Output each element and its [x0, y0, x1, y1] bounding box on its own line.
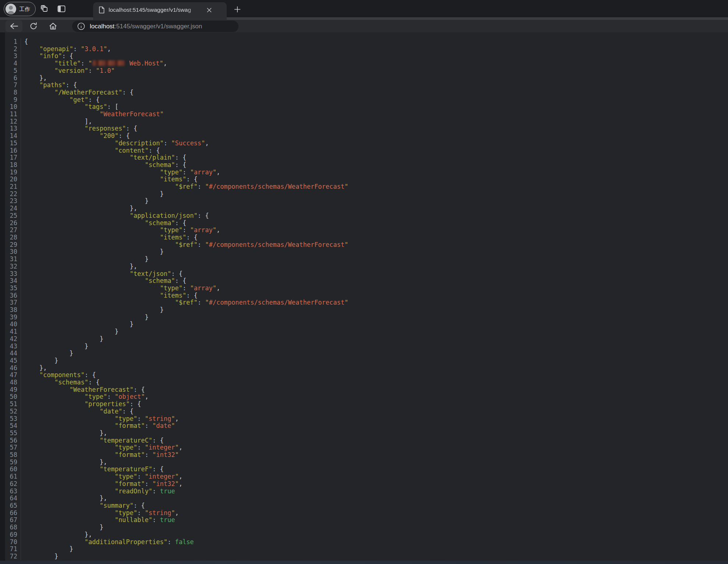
site-info-icon[interactable] — [77, 22, 85, 30]
line-content: "title": " Web.Host", — [21, 60, 167, 67]
line-content: "tags": [ — [21, 103, 119, 111]
line-content: "WeatherForecast": { — [21, 386, 145, 394]
refresh-button[interactable] — [25, 20, 42, 32]
line-content: "schemas": { — [21, 379, 100, 386]
line-content: "format": "int32" — [21, 451, 179, 459]
line-content: "text/plain": { — [21, 154, 186, 162]
line-content: "application/json": { — [21, 212, 209, 220]
line-content: "nullable": true — [21, 517, 175, 524]
line-content: "openapi": "3.0.1", — [21, 46, 111, 53]
line-content: "schema": { — [21, 220, 186, 227]
line-content: "type": "object", — [21, 393, 149, 401]
line-content: "type": "string", — [21, 510, 179, 517]
line-content: }, — [21, 365, 47, 372]
line-content: "$ref": "#/components/schemas/WeatherFor… — [21, 183, 348, 191]
line-content: "format": "date" — [21, 422, 175, 430]
new-tab-button[interactable] — [232, 4, 243, 15]
tab-bar: 工作 localhost:5145/swagger/v1/swag — [0, 0, 728, 17]
code-line: 11 "WeatherForecast" — [0, 111, 728, 118]
line-content: "responses": { — [21, 125, 137, 132]
line-content: "type": "string", — [21, 415, 179, 423]
json-viewer: 1{2 "openapi": "3.0.1",3 "info": {4 "tit… — [0, 32, 728, 561]
line-content: "get": { — [21, 96, 100, 104]
code-line: 37 "$ref": "#/components/schemas/Weather… — [0, 299, 728, 306]
line-content: } — [21, 314, 149, 321]
url-path: :5145/swagger/v1/swagger.json — [114, 23, 202, 30]
line-content: } — [21, 191, 164, 198]
profile-button[interactable]: 工作 — [4, 2, 36, 16]
page-icon — [98, 6, 105, 14]
code-line: 16 "content": { — [0, 147, 728, 155]
line-content: "description": "Success", — [21, 140, 209, 147]
profile-name-label: 工作 — [19, 6, 30, 12]
code-line: 56 "temperatureC": { — [0, 437, 728, 444]
browser-tab[interactable]: localhost:5145/swagger/v1/swag — [93, 2, 227, 20]
line-content: { — [21, 38, 28, 46]
line-content: } — [21, 546, 73, 553]
code-line: 52 "date": { — [0, 408, 728, 415]
line-content: } — [21, 524, 103, 531]
line-content: "200": { — [21, 132, 130, 140]
line-content: }, — [21, 205, 137, 212]
code-line: 32 }, — [0, 263, 728, 270]
back-button[interactable] — [6, 20, 22, 32]
line-content: } — [21, 306, 164, 314]
code-line: 14 "200": { — [0, 132, 728, 140]
line-content: "$ref": "#/components/schemas/WeatherFor… — [21, 299, 348, 306]
code-line: 41 } — [0, 328, 728, 336]
line-content: } — [21, 350, 73, 357]
line-content: "items": { — [21, 176, 198, 183]
code-line: 47 "components": { — [0, 372, 728, 379]
line-content: "type": "array", — [21, 169, 220, 176]
code-line: 5 "version": "1.0" — [0, 67, 728, 75]
split-screen-icon[interactable] — [55, 3, 68, 14]
line-content: } — [21, 343, 88, 350]
line-content: "type": "integer", — [21, 473, 183, 480]
line-content: } — [21, 328, 119, 336]
line-content: }, — [21, 263, 137, 270]
code-line: 25 "application/json": { — [0, 212, 728, 220]
url-bar[interactable]: localhost:5145/swagger/v1/swagger.json — [72, 21, 238, 32]
code-line: 43 } — [0, 343, 728, 350]
code-line: 18 "schema": { — [0, 162, 728, 169]
line-content: } — [21, 248, 164, 256]
code-line: 8 "/WeatherForecast": { — [0, 89, 728, 96]
code-line: 20 "items": { — [0, 176, 728, 183]
code-line: 24 }, — [0, 205, 728, 212]
code-line: 68 } — [0, 524, 728, 531]
tab-title: localhost:5145/swagger/v1/swag — [109, 7, 204, 13]
code-line: 54 "format": "date" — [0, 422, 728, 430]
line-content: "schema": { — [21, 277, 186, 285]
tab-close-icon[interactable] — [204, 5, 214, 15]
line-content: } — [21, 357, 58, 365]
workspaces-icon[interactable] — [38, 3, 51, 14]
line-content: "temperatureF": { — [21, 466, 164, 473]
code-line: 35 "type": "array", — [0, 285, 728, 292]
line-content: "format": "int32", — [21, 480, 183, 488]
line-content: }, — [21, 531, 92, 539]
code-line: 34 "schema": { — [0, 277, 728, 285]
line-content: "version": "1.0" — [21, 67, 115, 75]
code-line: 45 } — [0, 357, 728, 365]
code-line: 21 "$ref": "#/components/schemas/Weather… — [0, 183, 728, 191]
line-content: }, — [21, 75, 47, 82]
navigation-toolbar: localhost:5145/swagger/v1/swagger.json — [0, 20, 728, 32]
code-line: 9 "get": { — [0, 96, 728, 104]
line-content: "type": "integer", — [21, 444, 183, 451]
line-content: "WeatherForecast" — [21, 111, 164, 118]
line-content: "content": { — [21, 147, 160, 155]
line-content: "info": { — [21, 53, 73, 60]
code-line: 36 "items": { — [0, 292, 728, 299]
code-line: 28 "items": { — [0, 234, 728, 241]
code-line: 60 "temperatureF": { — [0, 466, 728, 473]
home-button[interactable] — [45, 20, 61, 32]
browser-window: 工作 localhost:5145/swagger/v1/swag — [0, 0, 728, 564]
code-line: 67 "nullable": true — [0, 517, 728, 524]
bottom-edge — [0, 561, 728, 564]
code-line: 3 "info": { — [0, 53, 728, 60]
code-line: 42 } — [0, 336, 728, 343]
line-content: "type": "array", — [21, 227, 220, 234]
code-line: 2 "openapi": "3.0.1", — [0, 46, 728, 53]
line-content: }, — [21, 459, 107, 466]
code-line: 51 "properties": { — [0, 401, 728, 408]
